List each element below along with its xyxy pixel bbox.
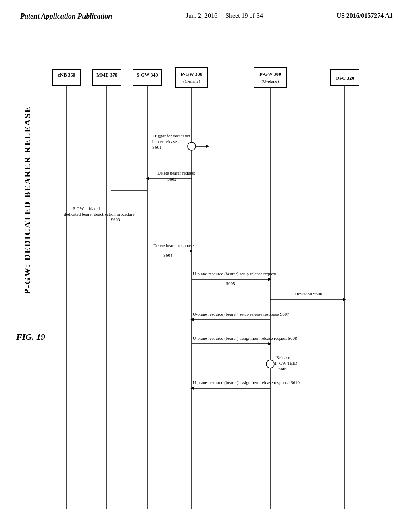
page-header: Patent Application Publication Jun. 2, 2…: [0, 0, 413, 25]
svg-marker-58: [190, 387, 194, 390]
svg-text:U-plane resource (bearer) assi: U-plane resource (bearer) assignment rel…: [193, 336, 297, 341]
svg-text:bearer release: bearer release: [152, 139, 177, 144]
svg-text:S-GW 340: S-GW 340: [137, 72, 158, 78]
patent-number: US 2016/0157274 A1: [336, 12, 393, 19]
svg-text:Delete bearer request: Delete bearer request: [157, 170, 195, 175]
svg-marker-37: [190, 249, 193, 253]
header-date-sheet: Jun. 2, 2016 Sheet 19 of 34: [186, 12, 263, 19]
svg-text:S605: S605: [226, 281, 235, 286]
publication-title: Patent Application Publication: [20, 12, 112, 21]
svg-marker-41: [268, 278, 271, 281]
svg-text:MME 370: MME 370: [96, 72, 117, 78]
svg-text:Release: Release: [276, 355, 290, 360]
svg-rect-9: [254, 68, 286, 88]
svg-text:U-plane resource (bearer) setu: U-plane resource (bearer) setup release …: [193, 312, 289, 317]
svg-text:P-GW TEID: P-GW TEID: [275, 361, 298, 366]
svg-marker-22: [206, 145, 209, 148]
svg-text:P-GW 300: P-GW 300: [259, 71, 281, 77]
svg-text:Trigger for dedicated: Trigger for dedicated: [152, 133, 190, 138]
svg-text:eNB 360: eNB 360: [58, 72, 75, 78]
publication-date: Jun. 2, 2016: [186, 12, 217, 19]
svg-text:FlowMod  S606: FlowMod S606: [294, 291, 322, 296]
sheet-info: Sheet 19 of 34: [225, 12, 263, 19]
svg-text:U-plane resource (bearer) assi: U-plane resource (bearer) assignment rel…: [193, 380, 300, 385]
svg-marker-45: [343, 298, 346, 301]
svg-text:S604: S604: [163, 253, 173, 258]
figure-title: P-GW: DEDICATED BEARER RELEASE: [22, 106, 33, 294]
svg-text:(U-plane): (U-plane): [262, 79, 279, 84]
svg-text:S602: S602: [167, 177, 177, 181]
figure-label: FIG. 19: [16, 332, 45, 342]
svg-text:OFC 320: OFC 320: [336, 75, 354, 81]
svg-text:U-plane resource (bearer) setu: U-plane resource (bearer) setup release …: [193, 271, 276, 276]
svg-point-53: [266, 360, 274, 368]
svg-marker-48: [190, 318, 194, 321]
svg-point-20: [188, 142, 196, 150]
svg-marker-27: [146, 177, 149, 180]
svg-text:dedicated bearer deactivation : dedicated bearer deactivation procedure: [64, 212, 135, 216]
svg-rect-6: [175, 68, 208, 88]
diagram-svg: eNB 360 MME 370 S-GW 340 P-GW 330 (C-pla…: [48, 66, 403, 521]
svg-text:(C-plane): (C-plane): [183, 79, 200, 84]
svg-text:S603: S603: [111, 217, 120, 222]
svg-text:P-GW 330: P-GW 330: [181, 71, 202, 77]
svg-text:P-GW-initiated: P-GW-initiated: [73, 206, 100, 211]
svg-marker-51: [268, 342, 271, 345]
svg-text:Delete bearer response: Delete bearer response: [153, 243, 194, 248]
svg-text:S609: S609: [278, 366, 288, 371]
main-content: FIG. 19 P-GW: DEDICATED BEARER RELEASE e…: [0, 25, 413, 517]
svg-text:S601: S601: [152, 145, 162, 150]
